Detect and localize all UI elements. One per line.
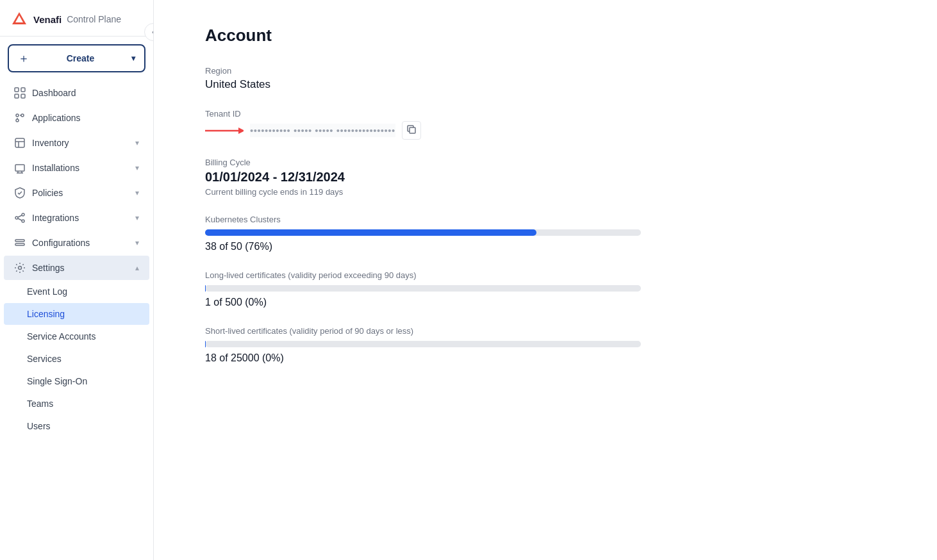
settings-icon [14, 262, 26, 274]
policies-icon [14, 187, 26, 199]
billing-cycle-note: Current billing cycle ends in 119 days [205, 187, 886, 197]
short-lived-certs-text: 18 of 25000 (0%) [205, 352, 886, 364]
svg-point-16 [15, 217, 18, 219]
plus-icon: ＋ [18, 51, 29, 66]
kubernetes-clusters-label: Kubernetes Clusters [205, 215, 886, 224]
tenant-id-section: Tenant ID ••••••••••• ••••• ••••• ••••••… [205, 109, 886, 140]
sidebar-subitem-event-log[interactable]: Event Log [4, 281, 149, 302]
svg-point-17 [22, 213, 24, 216]
svg-point-5 [21, 114, 24, 117]
sidebar-subitem-teams[interactable]: Teams [4, 393, 149, 415]
copy-icon [406, 124, 417, 135]
inventory-icon [14, 137, 26, 149]
sidebar-subitem-label: Users [27, 421, 51, 431]
sidebar-subitem-label: Service Accounts [27, 331, 95, 342]
sidebar-subitem-service-accounts[interactable]: Service Accounts [4, 325, 149, 347]
installations-icon [14, 162, 26, 174]
sidebar-subitem-label: Services [27, 354, 62, 364]
product-name: Control Plane [67, 14, 121, 24]
region-label: Region [205, 66, 886, 76]
sidebar-subitem-users[interactable]: Users [4, 415, 149, 437]
sidebar-item-integrations[interactable]: Integrations ▾ [4, 206, 149, 230]
chevron-right-icon: ▾ [135, 138, 139, 147]
svg-point-4 [16, 114, 19, 117]
sidebar-item-label: Settings [32, 263, 129, 273]
svg-line-20 [18, 218, 22, 220]
chevron-down-icon: ▾ [131, 54, 135, 63]
svg-rect-2 [15, 94, 19, 98]
sidebar-item-settings[interactable]: Settings ▴ [4, 256, 149, 280]
integrations-icon [14, 212, 26, 224]
short-lived-certs-label: Short-lived certificates (validity perio… [205, 326, 886, 336]
grid-icon [14, 87, 26, 99]
long-lived-certs-section: Long-lived certificates (validity period… [205, 270, 886, 308]
create-label: Create [67, 53, 95, 63]
chevron-right-icon: ▾ [135, 213, 139, 222]
short-lived-certs-section: Short-lived certificates (validity perio… [205, 326, 886, 364]
sidebar-item-applications[interactable]: Applications [4, 106, 149, 130]
long-lived-certs-text: 1 of 500 (0%) [205, 297, 886, 308]
brand-name: Venafi [33, 14, 62, 25]
sidebar-item-configurations[interactable]: Configurations ▾ [4, 231, 149, 255]
sidebar-subitem-services[interactable]: Services [4, 348, 149, 370]
svg-rect-26 [410, 128, 415, 133]
sidebar-logo: Venafi Control Plane [0, 0, 153, 37]
configurations-icon [14, 237, 26, 249]
billing-cycle-value: 01/01/2024 - 12/31/2024 [205, 170, 886, 185]
svg-marker-25 [238, 128, 244, 134]
sidebar-item-dashboard[interactable]: Dashboard [4, 81, 149, 105]
red-arrow-icon [205, 125, 244, 136]
main-content: Account Region United States Tenant ID •… [154, 0, 937, 560]
sidebar-item-label: Installations [32, 163, 129, 173]
kubernetes-clusters-bar-fill [205, 229, 536, 236]
tenant-id-row: ••••••••••• ••••• ••••• •••••••••••••••• [205, 121, 886, 140]
long-lived-certs-bar-bg [205, 285, 641, 292]
sidebar-item-policies[interactable]: Policies ▾ [4, 181, 149, 205]
svg-line-19 [18, 215, 22, 217]
sidebar-item-installations[interactable]: Installations ▾ [4, 156, 149, 180]
short-lived-certs-bar-bg [205, 341, 641, 347]
region-section: Region United States [205, 66, 886, 91]
copy-tenant-id-button[interactable] [402, 121, 421, 140]
apps-icon [14, 112, 26, 124]
sidebar-collapse-button[interactable]: ‹ [144, 23, 154, 41]
sidebar-subitem-label: Single Sign-On [27, 376, 87, 386]
kubernetes-clusters-bar-bg [205, 229, 641, 236]
chevron-right-icon: ▾ [135, 238, 139, 247]
sidebar-item-label: Applications [32, 113, 139, 123]
arrow-icon [205, 125, 244, 136]
sidebar-item-label: Dashboard [32, 88, 139, 98]
svg-point-18 [22, 220, 24, 222]
kubernetes-clusters-text: 38 of 50 (76%) [205, 241, 886, 252]
region-value: United States [205, 78, 886, 91]
create-button[interactable]: ＋ Create ▾ [8, 44, 145, 72]
sidebar: Venafi Control Plane ＋ Create ▾ Dashboar… [0, 0, 154, 560]
svg-rect-12 [15, 165, 24, 171]
svg-point-6 [16, 119, 19, 122]
svg-rect-9 [15, 138, 24, 147]
chevron-right-icon: ▾ [135, 188, 139, 197]
svg-rect-0 [15, 88, 19, 92]
sidebar-item-inventory[interactable]: Inventory ▾ [4, 131, 149, 155]
long-lived-certs-label: Long-lived certificates (validity period… [205, 270, 886, 280]
svg-rect-1 [21, 88, 25, 92]
sidebar-item-label: Integrations [32, 213, 129, 223]
svg-rect-22 [15, 243, 24, 245]
venafi-logo-icon [10, 10, 28, 28]
chevron-right-icon: ▾ [135, 163, 139, 172]
chevron-up-icon: ▴ [135, 263, 139, 272]
sidebar-item-label: Inventory [32, 138, 129, 148]
sidebar-subitem-label: Event Log [27, 286, 67, 297]
sidebar-subitem-label: Teams [27, 399, 53, 409]
billing-cycle-label: Billing Cycle [205, 158, 886, 167]
page-title: Account [205, 26, 886, 45]
collapse-icon: ‹ [152, 28, 154, 37]
tenant-id-label: Tenant ID [205, 109, 886, 119]
svg-rect-3 [21, 94, 25, 98]
long-lived-certs-bar-fill [205, 285, 206, 292]
sidebar-subitem-single-sign-on[interactable]: Single Sign-On [4, 370, 149, 392]
sidebar-subitem-licensing[interactable]: Licensing [4, 303, 149, 325]
tenant-id-value: ••••••••••• ••••• ••••• •••••••••••••••• [250, 124, 395, 137]
svg-rect-21 [15, 240, 24, 242]
svg-point-23 [19, 267, 22, 270]
